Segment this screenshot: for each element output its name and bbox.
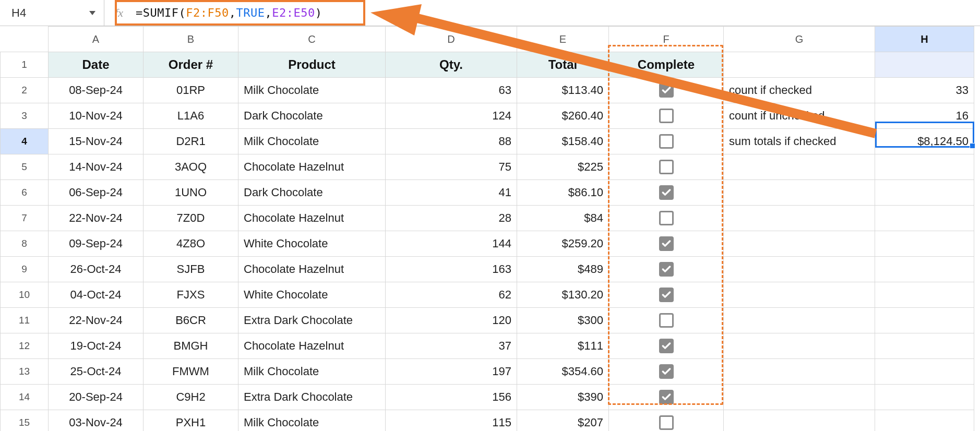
cell[interactable]: White Chocolate [238, 231, 386, 257]
cell[interactable]: $207 [517, 410, 609, 432]
checkbox-checked-icon[interactable] [659, 364, 674, 379]
cell[interactable]: count if unchecked [724, 103, 875, 129]
cell[interactable] [724, 410, 875, 432]
row-header[interactable]: 15 [1, 410, 49, 432]
header-order[interactable]: Order # [144, 52, 238, 78]
cell[interactable]: Chocolate Hazelnut [238, 257, 386, 282]
checkbox-checked-icon[interactable] [659, 236, 674, 251]
checkbox-unchecked-icon[interactable] [659, 211, 674, 225]
cell[interactable]: L1A6 [144, 103, 238, 129]
checkbox-checked-icon[interactable] [659, 185, 674, 200]
cell-checkbox[interactable] [609, 282, 724, 308]
cell[interactable]: B6CR [144, 308, 238, 333]
cell[interactable]: 26-Oct-24 [49, 257, 144, 282]
row-header[interactable]: 14 [1, 385, 49, 410]
chevron-down-icon[interactable] [89, 11, 95, 15]
cell[interactable]: $354.60 [517, 359, 609, 385]
column-header-G[interactable]: G [724, 27, 875, 52]
cell[interactable]: $130.20 [517, 282, 609, 308]
checkbox-unchecked-icon[interactable] [659, 134, 674, 149]
cell[interactable]: 01RP [144, 78, 238, 103]
cell[interactable]: 144 [386, 231, 517, 257]
cell[interactable] [875, 308, 974, 333]
cell[interactable]: 08-Sep-24 [49, 78, 144, 103]
cell[interactable] [875, 333, 974, 359]
cell-checkbox[interactable] [609, 78, 724, 103]
row-header[interactable]: 7 [1, 206, 49, 231]
cell[interactable]: 03-Nov-24 [49, 410, 144, 432]
cell[interactable]: 14-Nov-24 [49, 154, 144, 180]
cell[interactable]: Dark Chocolate [238, 180, 386, 206]
row-header[interactable]: 2 [1, 78, 49, 103]
cell[interactable]: 22-Nov-24 [49, 308, 144, 333]
cell[interactable] [724, 206, 875, 231]
cell[interactable]: 115 [386, 410, 517, 432]
checkbox-checked-icon[interactable] [659, 339, 674, 353]
column-header-A[interactable]: A [49, 27, 144, 52]
cell-checkbox[interactable] [609, 410, 724, 432]
cell[interactable]: $111 [517, 333, 609, 359]
header-complete[interactable]: Complete [609, 52, 724, 78]
cell-checkbox[interactable] [609, 333, 724, 359]
cell-checkbox[interactable] [609, 385, 724, 410]
cell[interactable]: 22-Nov-24 [49, 206, 144, 231]
row-header[interactable]: 13 [1, 359, 49, 385]
cell[interactable] [875, 257, 974, 282]
column-header-F[interactable]: F [609, 27, 724, 52]
header-blank-h[interactable] [875, 52, 974, 78]
cell[interactable]: sum totals if checked [724, 129, 875, 154]
cell[interactable]: Dark Chocolate [238, 103, 386, 129]
cell[interactable]: Chocolate Hazelnut [238, 206, 386, 231]
cell[interactable]: $8,124.50 [875, 129, 974, 154]
formula-input[interactable]: =SUMIF(F2:F50,TRUE,E2:E50) [134, 6, 322, 19]
cell[interactable]: count if checked [724, 78, 875, 103]
cell-checkbox[interactable] [609, 206, 724, 231]
cell[interactable]: FMWM [144, 359, 238, 385]
cell[interactable] [724, 282, 875, 308]
row-header[interactable]: 6 [1, 180, 49, 206]
cell[interactable]: 197 [386, 359, 517, 385]
column-header-E[interactable]: E [517, 27, 609, 52]
header-blank-g[interactable] [724, 52, 875, 78]
cell[interactable] [875, 231, 974, 257]
cell-checkbox[interactable] [609, 129, 724, 154]
header-qty[interactable]: Qty. [386, 52, 517, 78]
cell[interactable] [724, 257, 875, 282]
header-total[interactable]: Total [517, 52, 609, 78]
cell[interactable]: Chocolate Hazelnut [238, 333, 386, 359]
cell[interactable] [875, 359, 974, 385]
cell[interactable]: 33 [875, 78, 974, 103]
cell[interactable]: BMGH [144, 333, 238, 359]
cell[interactable]: 62 [386, 282, 517, 308]
cell[interactable]: 09-Sep-24 [49, 231, 144, 257]
cell[interactable]: 25-Oct-24 [49, 359, 144, 385]
cell[interactable]: 16 [875, 103, 974, 129]
fx-icon[interactable]: fx [104, 6, 134, 20]
cell[interactable]: PXH1 [144, 410, 238, 432]
cell[interactable] [724, 359, 875, 385]
cell[interactable]: $113.40 [517, 78, 609, 103]
cell[interactable]: Milk Chocolate [238, 78, 386, 103]
cell[interactable]: 04-Oct-24 [49, 282, 144, 308]
cell[interactable]: Extra Dark Chocolate [238, 308, 386, 333]
cell[interactable]: 3AOQ [144, 154, 238, 180]
cell[interactable]: 7Z0D [144, 206, 238, 231]
cell[interactable]: 28 [386, 206, 517, 231]
cell[interactable]: $260.40 [517, 103, 609, 129]
cell[interactable]: Milk Chocolate [238, 359, 386, 385]
cell[interactable]: 163 [386, 257, 517, 282]
column-header-C[interactable]: C [238, 27, 386, 52]
cell[interactable]: FJXS [144, 282, 238, 308]
cell[interactable]: Milk Chocolate [238, 410, 386, 432]
checkbox-checked-icon[interactable] [659, 262, 674, 277]
cell-checkbox[interactable] [609, 154, 724, 180]
checkbox-checked-icon[interactable] [659, 288, 674, 302]
row-header[interactable]: 8 [1, 231, 49, 257]
cell[interactable]: $489 [517, 257, 609, 282]
cell[interactable]: $86.10 [517, 180, 609, 206]
cell[interactable]: 63 [386, 78, 517, 103]
cell[interactable]: 4Z8O [144, 231, 238, 257]
cell[interactable]: SJFB [144, 257, 238, 282]
cell[interactable]: $225 [517, 154, 609, 180]
cell[interactable]: 15-Nov-24 [49, 129, 144, 154]
